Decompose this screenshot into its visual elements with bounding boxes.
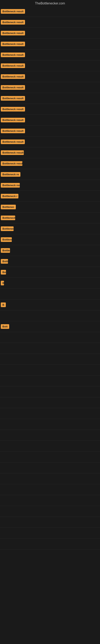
empty-row: [0, 495, 100, 506]
empty-row: [0, 386, 100, 397]
bottleneck-badge-24: Bottleneck: [1, 259, 8, 264]
empty-row: [0, 430, 100, 441]
bottleneck-badge-28: B: [1, 302, 6, 307]
bottleneck-entry-24[interactable]: Bottleneck: [0, 256, 100, 267]
empty-row: [0, 517, 100, 528]
bottleneck-badge-26: B: [1, 281, 4, 285]
bottleneck-entry-6[interactable]: Bottleneck result: [0, 60, 100, 71]
bottleneck-badge-15: Bottleneck result: [1, 161, 22, 166]
bottleneck-entry-29[interactable]: [0, 310, 100, 321]
empty-row: [0, 462, 100, 473]
bottleneck-badge-17: Bottleneck result: [1, 183, 20, 188]
bottleneck-badge-5: Bottleneck result: [1, 52, 25, 57]
bottleneck-entry-12[interactable]: Bottleneck result: [0, 126, 100, 136]
site-title: TheBottlenecker.com: [0, 0, 100, 6]
bottleneck-entry-27[interactable]: [0, 288, 100, 300]
bottleneck-badge-22: Bottleneck res: [1, 237, 12, 242]
empty-row: [0, 408, 100, 419]
empty-row: [0, 538, 100, 550]
bottleneck-entry-19[interactable]: Bottlenec: [0, 202, 100, 212]
bottleneck-entry-15[interactable]: Bottleneck result: [0, 158, 100, 169]
empty-row: [0, 528, 100, 538]
bottleneck-badge-11: Bottleneck result: [1, 118, 25, 122]
bottleneck-badge-21: Bottleneck: [1, 226, 14, 231]
bottleneck-entry-10[interactable]: Bottleneck result: [0, 104, 100, 115]
empty-row: [0, 441, 100, 452]
bottleneck-badge-14: Bottleneck result: [1, 150, 24, 155]
entries-list: Bottleneck resultBottleneck resultBottle…: [0, 6, 100, 332]
bottleneck-entry-2[interactable]: Bottleneck result: [0, 17, 100, 28]
bottleneck-entry-20[interactable]: Bottleneck r: [0, 212, 100, 224]
empty-row: [0, 452, 100, 462]
bottleneck-entry-8[interactable]: Bottleneck result: [0, 82, 100, 93]
bottleneck-entry-22[interactable]: Bottleneck res: [0, 234, 100, 245]
bottleneck-badge-3: Bottleneck result: [1, 31, 25, 36]
bottleneck-entry-30[interactable]: Bott: [0, 321, 100, 332]
bottleneck-badge-30: Bott: [1, 324, 9, 329]
bottleneck-entry-25[interactable]: Bot: [0, 267, 100, 278]
empty-row: [0, 343, 100, 354]
bottleneck-badge-6: Bottleneck result: [1, 64, 25, 68]
bottleneck-badge-4: Bottleneck result: [1, 42, 25, 46]
empty-row: [0, 332, 100, 343]
bottleneck-badge-12: Bottleneck result: [1, 128, 25, 133]
bottleneck-badge-23: Bottlens: [1, 248, 10, 253]
bottleneck-entry-13[interactable]: Bottleneck result: [0, 136, 100, 147]
bottleneck-badge-10: Bottleneck result: [1, 107, 25, 112]
empty-row: [0, 397, 100, 408]
bottleneck-entry-14[interactable]: Bottleneck result: [0, 147, 100, 158]
bottleneck-entry-4[interactable]: Bottleneck result: [0, 39, 100, 50]
bottleneck-badge-19: Bottlenec: [1, 205, 16, 209]
bottleneck-badge-25: Bot: [1, 270, 6, 274]
bottleneck-badge-16: Bottleneck re: [1, 172, 20, 177]
bottleneck-entry-9[interactable]: Bottleneck result: [0, 93, 100, 104]
bottleneck-badge-8: Bottleneck result: [1, 85, 25, 90]
bottleneck-badge-7: Bottleneck result: [1, 74, 25, 79]
bottleneck-entry-23[interactable]: Bottlens: [0, 245, 100, 256]
empty-row: [0, 506, 100, 517]
bottleneck-badge-13: Bottleneck result: [1, 140, 25, 144]
bottleneck-entry-26[interactable]: B: [0, 278, 100, 288]
bottleneck-badge-20: Bottleneck r: [1, 216, 15, 220]
bottleneck-entry-5[interactable]: Bottleneck result: [0, 50, 100, 60]
bottleneck-entry-3[interactable]: Bottleneck result: [0, 28, 100, 39]
empty-row: [0, 473, 100, 484]
bottleneck-badge-9: Bottleneck result: [1, 96, 25, 100]
bottleneck-entry-11[interactable]: Bottleneck result: [0, 115, 100, 126]
bottleneck-entry-21[interactable]: Bottleneck: [0, 224, 100, 234]
bottleneck-entry-16[interactable]: Bottleneck re: [0, 169, 100, 180]
bottleneck-badge-2: Bottleneck result: [1, 20, 25, 24]
bottleneck-badge-18: Bottleneck r: [1, 194, 18, 198]
empty-row: [0, 484, 100, 495]
bottleneck-entry-7[interactable]: Bottleneck result: [0, 71, 100, 82]
bottleneck-badge-1: Bottleneck result: [1, 9, 25, 14]
empty-row: [0, 365, 100, 376]
empty-row: [0, 419, 100, 430]
empty-row: [0, 354, 100, 365]
bottleneck-entry-1[interactable]: Bottleneck result: [0, 6, 100, 17]
bottleneck-entry-18[interactable]: Bottleneck r: [0, 191, 100, 202]
bottleneck-entry-17[interactable]: Bottleneck result: [0, 180, 100, 191]
bottleneck-entry-28[interactable]: B: [0, 300, 100, 310]
empty-row: [0, 376, 100, 386]
